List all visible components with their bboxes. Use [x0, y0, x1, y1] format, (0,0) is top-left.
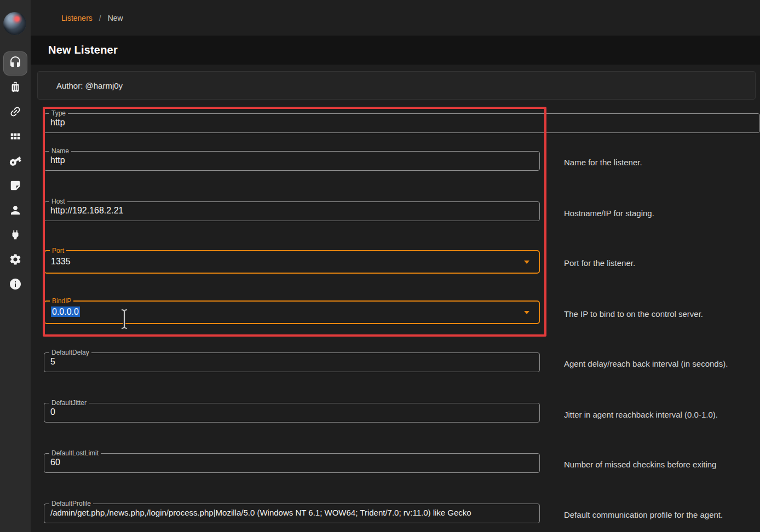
author-card: Author: @harmj0y: [37, 71, 756, 100]
type-value: http: [50, 118, 65, 128]
info-icon: [9, 277, 22, 293]
port-label: Port: [50, 246, 66, 256]
defaultprofile-value: /admin/get.php,/news.php,/login/process.…: [50, 508, 471, 517]
briefcase-icon: [9, 81, 21, 95]
link-icon: [9, 105, 22, 120]
defaultlostlimit-help: Number of missed checkins before exiting: [564, 460, 716, 469]
chevron-down-icon[interactable]: [524, 261, 529, 264]
defaultlostlimit-label: DefaultLostLimit: [49, 449, 101, 458]
host-help: Hostname/IP for staging.: [564, 209, 654, 218]
user-icon: [9, 204, 22, 219]
defaultdelay-input[interactable]: DefaultDelay 5: [44, 352, 540, 372]
sidebar-item-gear[interactable]: [0, 248, 31, 273]
sidebar-item-note[interactable]: [0, 174, 31, 199]
defaultjitter-label: DefaultJitter: [49, 398, 89, 408]
bindip-value-selected: 0.0.0.0: [51, 307, 80, 317]
defaultprofile-label: DefaultProfile: [49, 499, 93, 508]
bindip-select[interactable]: BindIP 0.0.0.0: [44, 300, 540, 324]
plug-icon: [9, 229, 21, 243]
type-select[interactable]: Type http: [44, 113, 760, 133]
author-text: Author: @harmj0y: [38, 81, 123, 90]
sidebar-nav: [0, 51, 31, 297]
page-header: New Listener: [31, 36, 760, 65]
app-logo: [3, 12, 26, 35]
sidebar-item-briefcase[interactable]: [0, 76, 31, 100]
sidebar-item-link[interactable]: [0, 100, 31, 125]
bindip-label: BindIP: [50, 297, 73, 306]
name-value: http: [50, 155, 65, 165]
note-icon: [9, 180, 21, 194]
topbar: Listeners / New: [31, 0, 760, 36]
port-value: 1335: [51, 257, 71, 267]
sidebar-item-grid[interactable]: [0, 125, 31, 149]
sidebar-item-user[interactable]: [0, 199, 31, 223]
defaultdelay-value: 5: [50, 357, 55, 367]
defaultlostlimit-input[interactable]: DefaultLostLimit 60: [44, 453, 540, 473]
sidebar-item-plug[interactable]: [0, 223, 31, 248]
gear-icon: [9, 253, 22, 268]
sidebar-item-headset[interactable]: [0, 51, 31, 76]
breadcrumb: Listeners / New: [31, 0, 760, 36]
defaultdelay-label: DefaultDelay: [49, 348, 91, 357]
breadcrumb-separator: /: [99, 14, 101, 22]
bindip-help: The IP to bind to on the control server.: [564, 309, 703, 319]
sidebar-item-info[interactable]: [0, 273, 31, 297]
breadcrumb-current: New: [108, 14, 123, 22]
port-help: Port for the listener.: [564, 258, 635, 268]
grid-icon: [9, 130, 21, 144]
page-title: New Listener: [31, 44, 118, 56]
defaultlostlimit-value: 60: [50, 458, 60, 467]
chevron-down-icon[interactable]: [524, 311, 529, 314]
key-icon: [9, 154, 22, 170]
defaultjitter-help: Jitter in agent reachback interval (0.0-…: [564, 410, 718, 419]
headset-icon: [9, 56, 22, 71]
defaultjitter-input[interactable]: DefaultJitter 0: [44, 403, 540, 423]
sidebar: [0, 0, 31, 532]
name-help: Name for the listener.: [564, 158, 642, 167]
port-select[interactable]: Port 1335: [44, 250, 540, 274]
defaultprofile-input[interactable]: DefaultProfile /admin/get.php,/news.php,…: [44, 504, 540, 523]
host-input[interactable]: Host http://192.168.2.21: [44, 201, 540, 221]
host-value: http://192.168.2.21: [50, 206, 123, 216]
host-label: Host: [49, 197, 67, 206]
defaultjitter-value: 0: [50, 407, 55, 417]
type-label: Type: [49, 109, 68, 118]
sidebar-item-key[interactable]: [0, 149, 31, 174]
name-input[interactable]: Name http: [44, 151, 540, 171]
defaultdelay-help: Agent delay/reach back interval (in seco…: [564, 359, 728, 368]
breadcrumb-listeners-link[interactable]: Listeners: [61, 14, 93, 22]
name-label: Name: [49, 147, 71, 156]
defaultprofile-help: Default communication profile for the ag…: [564, 510, 723, 519]
